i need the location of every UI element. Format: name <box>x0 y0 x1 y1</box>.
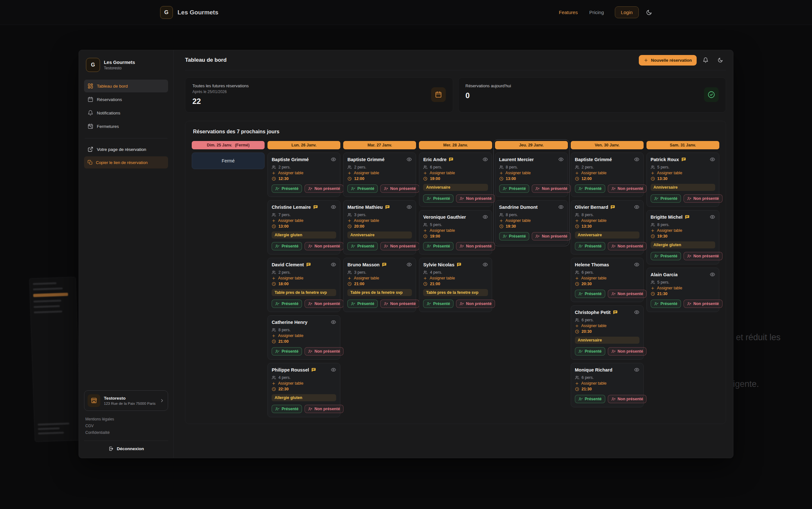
view-reservation-button[interactable] <box>634 204 639 210</box>
view-reservation-button[interactable] <box>634 262 639 267</box>
assign-table-link[interactable]: Assigner table <box>272 334 336 338</box>
view-reservation-button[interactable] <box>483 157 488 162</box>
sidebar-item-tableau-de-bord[interactable]: Tableau de bord <box>84 79 168 92</box>
assign-table-link[interactable]: Assigner table <box>651 228 715 233</box>
no-show-button[interactable]: Non présenté <box>608 242 647 250</box>
present-button[interactable]: Présenté <box>272 242 302 250</box>
assign-table-link[interactable]: Assigner table <box>575 171 639 175</box>
view-reservation-button[interactable] <box>558 157 564 162</box>
no-show-button[interactable]: Non présenté <box>532 232 571 240</box>
sidebar-item-notifications[interactable]: Notifications <box>84 106 168 119</box>
no-show-button[interactable]: Non présenté <box>456 242 495 250</box>
present-button[interactable]: Présenté <box>272 184 302 193</box>
no-show-button[interactable]: Non présenté <box>456 300 495 308</box>
no-show-button[interactable]: Non présenté <box>684 252 723 260</box>
assign-table-link[interactable]: Assigner table <box>423 171 488 175</box>
no-show-button[interactable]: Non présenté <box>380 184 419 193</box>
legal-link-mentions[interactable]: Mentions légales <box>85 416 167 423</box>
sidebar-item-r-servations[interactable]: Réservations <box>84 93 168 106</box>
view-reservation-button[interactable] <box>331 367 336 372</box>
assign-table-link[interactable]: Assigner table <box>423 276 488 280</box>
present-button[interactable]: Présenté <box>423 300 453 308</box>
present-button[interactable]: Présenté <box>575 347 605 355</box>
present-button[interactable]: Présenté <box>272 300 302 308</box>
sidebar-item-reservation-page[interactable]: Votre page de réservation <box>84 143 168 156</box>
view-reservation-button[interactable] <box>710 157 715 162</box>
view-reservation-button[interactable] <box>634 367 639 372</box>
assign-table-link[interactable]: Assigner table <box>347 218 412 223</box>
assign-table-link[interactable]: Assigner table <box>272 218 336 223</box>
present-button[interactable]: Présenté <box>347 242 378 250</box>
view-reservation-button[interactable] <box>634 157 639 162</box>
view-reservation-button[interactable] <box>483 214 488 219</box>
assign-table-link[interactable]: Assigner table <box>499 171 564 175</box>
present-button[interactable]: Présenté <box>423 194 453 203</box>
view-reservation-button[interactable] <box>406 204 412 210</box>
new-reservation-button[interactable]: Nouvelle réservation <box>639 55 697 66</box>
no-show-button[interactable]: Non présenté <box>608 184 647 193</box>
no-show-button[interactable]: Non présenté <box>608 290 647 298</box>
assign-table-link[interactable]: Assigner table <box>347 276 412 280</box>
view-reservation-button[interactable] <box>483 262 488 267</box>
present-button[interactable]: Présenté <box>423 242 453 250</box>
present-button[interactable]: Présenté <box>499 184 529 193</box>
no-show-button[interactable]: Non présenté <box>304 405 343 413</box>
assign-table-link[interactable]: Assigner table <box>272 171 336 175</box>
no-show-button[interactable]: Non présenté <box>304 242 343 250</box>
view-reservation-button[interactable] <box>710 272 715 277</box>
present-button[interactable]: Présenté <box>651 252 681 260</box>
restaurant-footer-card[interactable]: Testoresto 123 Rue de la Paix 75000 Pari… <box>84 391 168 411</box>
view-reservation-button[interactable] <box>331 204 336 210</box>
nav-link-features[interactable]: Features <box>559 9 578 15</box>
no-show-button[interactable]: Non présenté <box>608 347 647 355</box>
present-button[interactable]: Présenté <box>575 242 605 250</box>
assign-table-link[interactable]: Assigner table <box>651 171 715 175</box>
assign-table-link[interactable]: Assigner table <box>575 218 639 223</box>
logout-button[interactable]: Déconnexion <box>84 441 168 451</box>
present-button[interactable]: Présenté <box>651 194 681 203</box>
nav-link-pricing[interactable]: Pricing <box>589 9 604 15</box>
sidebar-item-copy-reservation-link[interactable]: Copier le lien de réservation <box>84 156 168 169</box>
present-button[interactable]: Présenté <box>347 300 378 308</box>
present-button[interactable]: Présenté <box>272 347 302 355</box>
no-show-button[interactable]: Non présenté <box>380 300 419 308</box>
assign-table-link[interactable]: Assigner table <box>575 324 639 328</box>
legal-link-cgv[interactable]: CGV <box>85 423 167 430</box>
assign-table-link[interactable]: Assigner table <box>272 381 336 385</box>
notifications-bell-button[interactable] <box>700 54 711 66</box>
theme-toggle-button[interactable] <box>714 54 726 66</box>
assign-table-link[interactable]: Assigner table <box>347 171 412 175</box>
view-reservation-button[interactable] <box>634 309 639 315</box>
no-show-button[interactable]: Non présenté <box>304 184 343 193</box>
present-button[interactable]: Présenté <box>272 405 302 413</box>
no-show-button[interactable]: Non présenté <box>532 184 571 193</box>
assign-table-link[interactable]: Assigner table <box>499 218 564 223</box>
present-button[interactable]: Présenté <box>347 184 378 193</box>
view-reservation-button[interactable] <box>558 204 564 210</box>
sidebar-item-fermetures[interactable]: Fermetures <box>84 120 168 133</box>
view-reservation-button[interactable] <box>331 262 336 267</box>
present-button[interactable]: Présenté <box>499 232 529 240</box>
assign-table-link[interactable]: Assigner table <box>651 286 715 290</box>
present-button[interactable]: Présenté <box>575 395 605 403</box>
assign-table-link[interactable]: Assigner table <box>272 276 336 280</box>
no-show-button[interactable]: Non présenté <box>456 194 495 203</box>
assign-table-link[interactable]: Assigner table <box>575 381 639 385</box>
view-reservation-button[interactable] <box>406 157 412 162</box>
login-button[interactable]: Login <box>615 6 639 18</box>
view-reservation-button[interactable] <box>710 214 715 219</box>
no-show-button[interactable]: Non présenté <box>684 194 723 203</box>
no-show-button[interactable]: Non présenté <box>304 300 343 308</box>
view-reservation-button[interactable] <box>331 157 336 162</box>
view-reservation-button[interactable] <box>331 319 336 325</box>
present-button[interactable]: Présenté <box>575 290 605 298</box>
assign-table-link[interactable]: Assigner table <box>423 228 488 233</box>
legal-link-confidentialite[interactable]: Confidentialité <box>85 430 167 436</box>
no-show-button[interactable]: Non présenté <box>304 347 343 355</box>
view-reservation-button[interactable] <box>406 262 412 267</box>
no-show-button[interactable]: Non présenté <box>684 300 723 308</box>
no-show-button[interactable]: Non présenté <box>608 395 647 403</box>
assign-table-link[interactable]: Assigner table <box>575 276 639 280</box>
moon-icon[interactable] <box>646 9 652 16</box>
present-button[interactable]: Présenté <box>651 300 681 308</box>
